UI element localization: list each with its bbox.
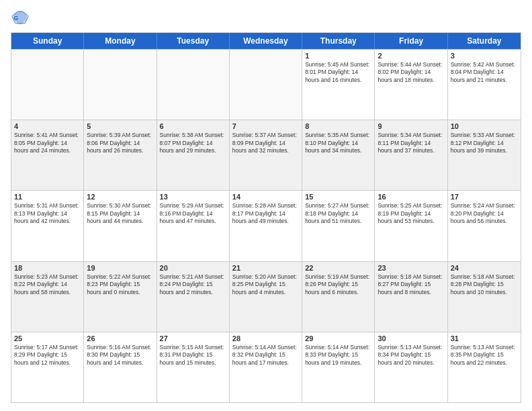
- day-number: 12: [87, 193, 153, 201]
- calendar-header-row: SundayMondayTuesdayWednesdayThursdayFrid…: [11, 33, 521, 49]
- logo: G: [11, 8, 32, 27]
- day-number: 9: [378, 122, 444, 130]
- day-number: 7: [232, 122, 299, 130]
- logo-icon: G: [11, 8, 30, 27]
- cal-cell: 12Sunrise: 5:30 AM Sunset: 8:15 PM Dayli…: [84, 191, 157, 261]
- day-info: Sunrise: 5:29 AM Sunset: 8:16 PM Dayligh…: [160, 202, 226, 225]
- cal-cell: 11Sunrise: 5:31 AM Sunset: 8:13 PM Dayli…: [11, 191, 84, 261]
- day-info: Sunrise: 5:14 AM Sunset: 8:32 PM Dayligh…: [232, 344, 299, 367]
- day-info: Sunrise: 5:27 AM Sunset: 8:18 PM Dayligh…: [305, 202, 371, 225]
- day-info: Sunrise: 5:37 AM Sunset: 8:09 PM Dayligh…: [232, 132, 299, 154]
- cal-week-3: 11Sunrise: 5:31 AM Sunset: 8:13 PM Dayli…: [11, 190, 521, 261]
- cal-cell: 3Sunrise: 5:42 AM Sunset: 8:04 PM Daylig…: [448, 50, 521, 120]
- cal-cell: 5Sunrise: 5:39 AM Sunset: 8:06 PM Daylig…: [84, 120, 157, 190]
- cal-cell: 4Sunrise: 5:41 AM Sunset: 8:05 PM Daylig…: [11, 120, 84, 190]
- cal-cell: [230, 50, 302, 120]
- cal-cell: 7Sunrise: 5:37 AM Sunset: 8:09 PM Daylig…: [230, 120, 302, 190]
- cal-cell: 19Sunrise: 5:22 AM Sunset: 8:23 PM Dayli…: [84, 262, 157, 332]
- day-info: Sunrise: 5:19 AM Sunset: 8:26 PM Dayligh…: [305, 273, 371, 296]
- header: G: [11, 8, 521, 27]
- day-info: Sunrise: 5:17 AM Sunset: 8:29 PM Dayligh…: [14, 344, 81, 367]
- cal-header-monday: Monday: [84, 33, 157, 49]
- cal-cell: 8Sunrise: 5:35 AM Sunset: 8:10 PM Daylig…: [302, 120, 375, 190]
- day-info: Sunrise: 5:39 AM Sunset: 8:06 PM Dayligh…: [87, 132, 153, 154]
- cal-cell: [11, 50, 84, 120]
- day-info: Sunrise: 5:38 AM Sunset: 8:07 PM Dayligh…: [160, 132, 226, 154]
- cal-cell: 27Sunrise: 5:15 AM Sunset: 8:31 PM Dayli…: [157, 332, 230, 402]
- day-number: 15: [305, 193, 371, 201]
- cal-cell: 28Sunrise: 5:14 AM Sunset: 8:32 PM Dayli…: [230, 332, 302, 402]
- day-number: 20: [160, 264, 226, 272]
- day-number: 4: [14, 122, 81, 130]
- cal-cell: 23Sunrise: 5:18 AM Sunset: 8:27 PM Dayli…: [375, 262, 447, 332]
- day-info: Sunrise: 5:21 AM Sunset: 8:24 PM Dayligh…: [160, 273, 226, 296]
- cal-cell: 16Sunrise: 5:25 AM Sunset: 8:19 PM Dayli…: [375, 191, 447, 261]
- cal-header-sunday: Sunday: [11, 33, 84, 49]
- day-info: Sunrise: 5:23 AM Sunset: 8:22 PM Dayligh…: [14, 273, 81, 296]
- cal-cell: 14Sunrise: 5:28 AM Sunset: 8:17 PM Dayli…: [230, 191, 302, 261]
- cal-cell: 15Sunrise: 5:27 AM Sunset: 8:18 PM Dayli…: [302, 191, 375, 261]
- day-number: 10: [451, 122, 518, 130]
- day-info: Sunrise: 5:22 AM Sunset: 8:23 PM Dayligh…: [87, 273, 153, 296]
- day-number: 13: [160, 193, 226, 201]
- cal-cell: 24Sunrise: 5:18 AM Sunset: 8:28 PM Dayli…: [448, 262, 521, 332]
- day-number: 30: [378, 334, 444, 342]
- cal-cell: 30Sunrise: 5:13 AM Sunset: 8:34 PM Dayli…: [375, 332, 447, 402]
- day-info: Sunrise: 5:41 AM Sunset: 8:05 PM Dayligh…: [14, 132, 81, 154]
- day-number: 27: [160, 334, 226, 342]
- day-number: 19: [87, 264, 153, 272]
- cal-cell: 22Sunrise: 5:19 AM Sunset: 8:26 PM Dayli…: [302, 262, 375, 332]
- cal-cell: 18Sunrise: 5:23 AM Sunset: 8:22 PM Dayli…: [11, 262, 84, 332]
- cal-week-2: 4Sunrise: 5:41 AM Sunset: 8:05 PM Daylig…: [11, 120, 521, 190]
- cal-cell: 26Sunrise: 5:16 AM Sunset: 8:30 PM Dayli…: [84, 332, 157, 402]
- cal-cell: 25Sunrise: 5:17 AM Sunset: 8:29 PM Dayli…: [11, 332, 84, 402]
- cal-cell: 21Sunrise: 5:20 AM Sunset: 8:25 PM Dayli…: [230, 262, 302, 332]
- cal-week-5: 25Sunrise: 5:17 AM Sunset: 8:29 PM Dayli…: [11, 332, 521, 402]
- cal-header-wednesday: Wednesday: [230, 33, 302, 49]
- day-info: Sunrise: 5:45 AM Sunset: 8:01 PM Dayligh…: [305, 61, 371, 84]
- cal-cell: 1Sunrise: 5:45 AM Sunset: 8:01 PM Daylig…: [302, 50, 375, 120]
- day-info: Sunrise: 5:33 AM Sunset: 8:12 PM Dayligh…: [451, 132, 518, 154]
- day-info: Sunrise: 5:31 AM Sunset: 8:13 PM Dayligh…: [14, 202, 81, 225]
- cal-cell: 2Sunrise: 5:44 AM Sunset: 8:02 PM Daylig…: [375, 50, 447, 120]
- day-number: 1: [305, 52, 371, 60]
- day-number: 11: [14, 193, 81, 201]
- day-info: Sunrise: 5:18 AM Sunset: 8:27 PM Dayligh…: [378, 273, 444, 296]
- cal-header-thursday: Thursday: [302, 33, 375, 49]
- day-number: 6: [160, 122, 226, 130]
- day-info: Sunrise: 5:30 AM Sunset: 8:15 PM Dayligh…: [87, 202, 153, 225]
- cal-week-4: 18Sunrise: 5:23 AM Sunset: 8:22 PM Dayli…: [11, 261, 521, 332]
- cal-cell: 13Sunrise: 5:29 AM Sunset: 8:16 PM Dayli…: [157, 191, 230, 261]
- day-number: 3: [451, 52, 518, 60]
- day-info: Sunrise: 5:13 AM Sunset: 8:35 PM Dayligh…: [451, 344, 518, 367]
- day-number: 28: [232, 334, 299, 342]
- day-info: Sunrise: 5:16 AM Sunset: 8:30 PM Dayligh…: [87, 344, 153, 367]
- svg-text:G: G: [13, 15, 18, 21]
- day-info: Sunrise: 5:34 AM Sunset: 8:11 PM Dayligh…: [378, 132, 444, 154]
- day-info: Sunrise: 5:44 AM Sunset: 8:02 PM Dayligh…: [378, 61, 444, 84]
- calendar: SundayMondayTuesdayWednesdayThursdayFrid…: [11, 32, 521, 403]
- day-number: 25: [14, 334, 81, 342]
- day-info: Sunrise: 5:24 AM Sunset: 8:20 PM Dayligh…: [451, 202, 518, 225]
- cal-cell: 29Sunrise: 5:14 AM Sunset: 8:33 PM Dayli…: [302, 332, 375, 402]
- day-info: Sunrise: 5:18 AM Sunset: 8:28 PM Dayligh…: [451, 273, 518, 296]
- cal-cell: 10Sunrise: 5:33 AM Sunset: 8:12 PM Dayli…: [448, 120, 521, 190]
- day-number: 23: [378, 264, 444, 272]
- cal-week-1: 1Sunrise: 5:45 AM Sunset: 8:01 PM Daylig…: [11, 49, 521, 120]
- cal-cell: [157, 50, 230, 120]
- cal-cell: 31Sunrise: 5:13 AM Sunset: 8:35 PM Dayli…: [448, 332, 521, 402]
- day-number: 29: [305, 334, 371, 342]
- day-info: Sunrise: 5:20 AM Sunset: 8:25 PM Dayligh…: [232, 273, 299, 296]
- cal-header-tuesday: Tuesday: [157, 33, 230, 49]
- day-number: 18: [14, 264, 81, 272]
- page: G SundayMondayTuesdayWednesdayThursdayFr…: [0, 0, 532, 411]
- day-number: 8: [305, 122, 371, 130]
- cal-cell: 17Sunrise: 5:24 AM Sunset: 8:20 PM Dayli…: [448, 191, 521, 261]
- day-number: 21: [232, 264, 299, 272]
- day-info: Sunrise: 5:15 AM Sunset: 8:31 PM Dayligh…: [160, 344, 226, 367]
- cal-cell: 20Sunrise: 5:21 AM Sunset: 8:24 PM Dayli…: [157, 262, 230, 332]
- day-number: 31: [451, 334, 518, 342]
- day-number: 5: [87, 122, 153, 130]
- cal-cell: 6Sunrise: 5:38 AM Sunset: 8:07 PM Daylig…: [157, 120, 230, 190]
- day-number: 26: [87, 334, 153, 342]
